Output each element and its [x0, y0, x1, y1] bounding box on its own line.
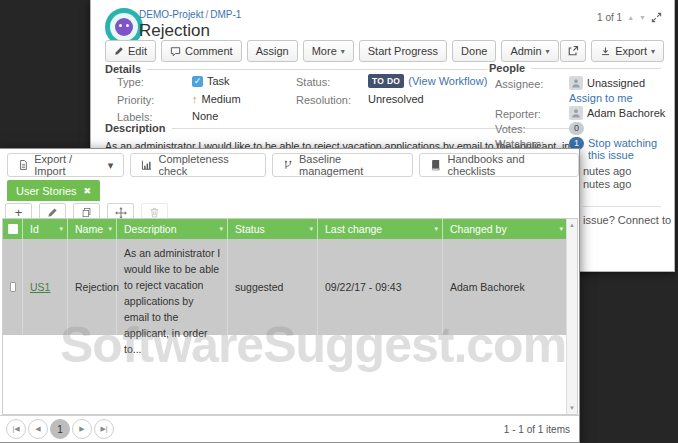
scroll-up-icon[interactable]: ▲ — [569, 222, 575, 228]
stop-watching-link[interactable]: Stop watching this issue — [588, 137, 674, 161]
row-description-cell: As an administrator I would like to be a… — [117, 239, 228, 335]
status-value: TO DO (View Workflow) — [368, 74, 487, 88]
resolution-label: Resolution: — [296, 94, 351, 106]
assign-button-label: Assign — [256, 45, 289, 57]
baseline-management-button[interactable]: Baseline management — [272, 153, 414, 177]
breadcrumb-project-link[interactable]: DEMO-Projekt — [139, 9, 203, 20]
reporter-label: Reporter: — [495, 108, 541, 120]
comment-button-label: Comment — [185, 45, 233, 57]
column-menu-icon[interactable]: ▾ — [434, 225, 438, 233]
start-progress-button[interactable]: Start Progress — [359, 40, 447, 62]
column-menu-icon[interactable]: ▾ — [108, 225, 112, 233]
done-button[interactable]: Done — [452, 40, 496, 62]
move-icon — [115, 207, 127, 219]
handbooks-checklists-button[interactable]: Handbooks and checklists — [419, 153, 579, 177]
pencil-icon — [47, 207, 58, 218]
column-header-status-label: Status — [235, 223, 265, 235]
column-menu-icon[interactable]: ▾ — [559, 225, 563, 233]
previous-page-button[interactable]: ◀ — [28, 419, 48, 439]
row-name-cell: Rejection — [68, 239, 117, 335]
row-last-change-cell: 09/22/17 - 09:43 — [318, 239, 443, 335]
bar-chart-icon — [141, 159, 152, 171]
task-type-icon: ✓ — [192, 76, 203, 87]
reporter-avatar — [569, 106, 583, 120]
grid-vertical-scrollbar[interactable]: ▲ ▼ — [566, 219, 577, 414]
issue-title: Rejection — [139, 21, 210, 41]
column-header-description-label: Description — [124, 223, 177, 235]
column-header-description[interactable]: Description▾ — [117, 219, 228, 239]
trash-icon — [149, 207, 160, 218]
votes-badge[interactable]: 0 — [569, 122, 584, 135]
handbooks-checklists-label: Handbooks and checklists — [448, 153, 568, 177]
caret-down-icon: ▾ — [341, 47, 345, 56]
breadcrumb-issue-link[interactable]: DMP-1 — [210, 9, 241, 20]
description-heading: Description — [105, 122, 166, 134]
project-avatar-ring — [110, 13, 138, 41]
select-all-checkbox[interactable] — [8, 224, 18, 234]
assign-button[interactable]: Assign — [247, 40, 298, 62]
row-name-text: Rejection — [75, 279, 119, 295]
column-menu-icon[interactable]: ▾ — [309, 225, 313, 233]
user-stories-panel: Export / Import ▾ Completeness check Bas… — [0, 148, 580, 443]
column-header-last-change[interactable]: Last change▾ — [318, 219, 443, 239]
export-import-button[interactable]: Export / Import ▾ — [7, 153, 124, 177]
export-button[interactable]: Export ▾ — [591, 40, 664, 62]
row-description-text: As an administrator I would like to be a… — [124, 247, 220, 355]
admin-button[interactable]: Admin ▾ — [501, 40, 558, 62]
project-avatar-core — [115, 18, 133, 36]
first-page-button[interactable]: |◀ — [6, 419, 26, 439]
column-menu-icon[interactable]: ▾ — [59, 225, 63, 233]
reporter-value: Adam Bachorek — [569, 106, 665, 120]
share-button[interactable] — [560, 40, 586, 62]
page-1-button[interactable]: 1 — [50, 419, 70, 439]
column-header-name[interactable]: Name▾ — [68, 219, 117, 239]
column-header-id[interactable]: Id▾ — [23, 219, 68, 239]
completeness-check-label: Completeness check — [158, 153, 254, 177]
details-heading: Details — [105, 63, 141, 75]
next-page-button[interactable]: ▶ — [72, 419, 92, 439]
previous-issue-icon[interactable]: ▲ — [627, 14, 634, 21]
column-menu-icon[interactable]: ▾ — [219, 225, 223, 233]
caret-down-icon: ▾ — [546, 47, 550, 56]
panel-toolbar: Export / Import ▾ Completeness check Bas… — [7, 153, 579, 177]
priority-label: Priority: — [117, 94, 154, 106]
column-header-id-label: Id — [30, 223, 39, 235]
labels-value: None — [192, 110, 218, 122]
more-button-label: More — [312, 45, 337, 57]
close-icon[interactable]: ✖ — [84, 186, 92, 196]
more-button[interactable]: More ▾ — [303, 40, 354, 62]
pagination-bar: |◀ ◀ 1 ▶ ▶| 1 - 1 of 1 items — [0, 415, 579, 442]
table-row[interactable]: US1 Rejection As an administrator I woul… — [3, 239, 567, 335]
scroll-down-icon[interactable]: ▼ — [569, 405, 575, 411]
completeness-check-button[interactable]: Completeness check — [130, 153, 266, 177]
expand-icon[interactable] — [651, 12, 662, 23]
column-header-status[interactable]: Status▾ — [228, 219, 318, 239]
start-progress-label: Start Progress — [368, 45, 438, 57]
breadcrumb-separator: / — [205, 9, 208, 20]
tab-user-stories[interactable]: User Stories ✖ — [7, 180, 100, 201]
row-last-change-text: 09/22/17 - 09:43 — [325, 279, 401, 295]
speech-bubble-icon — [170, 46, 181, 57]
screen: DEMO-Projekt/DMP-1 Rejection 1 of 1 ▲ ▼ … — [0, 0, 678, 443]
row-status-text: suggested — [235, 279, 283, 295]
row-select-cell — [3, 239, 23, 335]
caret-down-icon: ▾ — [108, 159, 114, 172]
edit-button-label: Edit — [128, 45, 147, 57]
next-issue-icon[interactable]: ▼ — [639, 14, 646, 21]
story-id-link[interactable]: US1 — [30, 279, 50, 295]
export-button-label: Export — [615, 45, 647, 57]
row-changed-by-cell: Adam Bachorek — [443, 239, 567, 335]
view-workflow-link[interactable]: (View Workflow) — [408, 75, 487, 87]
row-checkbox[interactable] — [10, 282, 16, 292]
row-status-cell: suggested — [228, 239, 318, 335]
export-icon — [600, 46, 611, 57]
column-header-changed-by[interactable]: Changed by▾ — [443, 219, 567, 239]
edit-button[interactable]: Edit — [105, 40, 156, 62]
assign-to-me-link[interactable]: Assign to me — [569, 92, 633, 104]
comment-button[interactable]: Comment — [161, 40, 242, 62]
last-page-button[interactable]: ▶| — [94, 419, 114, 439]
book-icon — [430, 159, 441, 171]
priority-value: ↑ Medium — [192, 93, 241, 105]
issue-toolbar: Edit Comment Assign More ▾ Start Progres… — [105, 40, 559, 62]
assignee-value: Unassigned — [569, 76, 645, 90]
